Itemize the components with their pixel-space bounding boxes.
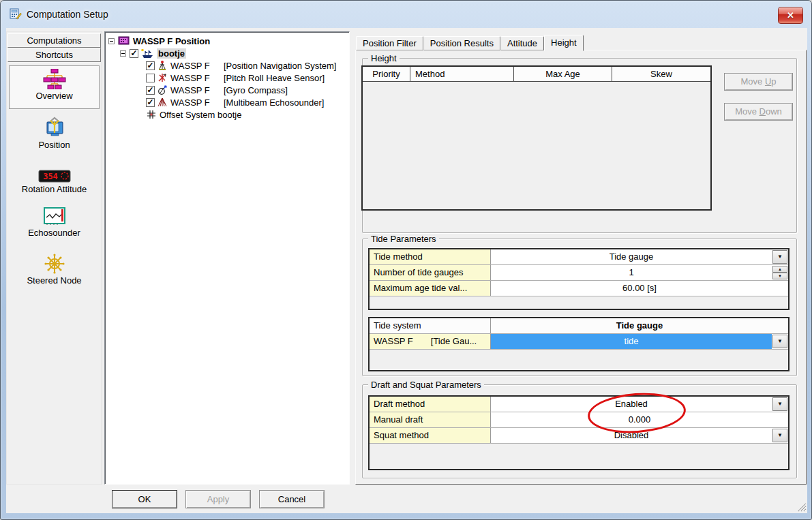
sidebar-item-label: Overview <box>7 91 102 101</box>
vessel-checkbox[interactable]: ✓ <box>130 49 138 58</box>
sidebar-item-echosounder[interactable]: Echosounder <box>7 207 102 238</box>
property-row-number-of-tide-gauges: Number of tide gauges 1 <box>370 265 788 281</box>
tide-system-name: WASSP F[Tide Gau... <box>370 334 491 349</box>
tree-node-detail: [Pitch Roll Heave Sensor] <box>224 73 325 83</box>
property-row-squat-method: Squat method Disabled <box>370 428 788 444</box>
dropdown-arrow-icon[interactable] <box>772 397 787 411</box>
sidebar-item-steered-node[interactable]: Steered Node <box>7 254 102 286</box>
system-name: WASSP F <box>374 336 413 346</box>
dropdown-arrow-icon[interactable] <box>772 429 787 442</box>
echosounder-chart-icon <box>44 207 65 226</box>
apply-button[interactable]: Apply <box>185 490 251 508</box>
dialog-client-area: Computations Shortcuts <box>6 28 807 513</box>
tab-label: Position Filter <box>363 38 417 48</box>
button-label: OK <box>138 494 151 504</box>
computation-tree: WASSP F Position ✓ bootje ✓ <box>104 31 350 485</box>
tab-label: Position Results <box>430 38 494 48</box>
sidebar-item-position[interactable]: Position <box>7 117 102 150</box>
tree-node-gyro-compass[interactable]: ✓ WASSP F [Gyro Compass] <box>105 84 349 96</box>
tide-gauge-selection[interactable]: tide <box>491 334 772 349</box>
tree-node-position-nav[interactable]: ✓ WASSP F [Position Navigation System] <box>105 59 349 72</box>
cancel-button[interactable]: Cancel <box>259 490 325 508</box>
squat-method-value[interactable]: Disabled <box>491 428 772 443</box>
button-label: U <box>765 76 771 87</box>
height-priority-table[interactable]: Priority Method Max Age Skew <box>361 65 712 211</box>
tree-node-pitch-roll-heave[interactable]: WASSP F [Pitch Roll Heave Sensor] <box>105 72 349 84</box>
steered-wheel-icon <box>44 254 65 274</box>
property-label: Maximum age tide val... <box>370 281 491 296</box>
tree-node-vessel[interactable]: ✓ bootje <box>105 47 349 59</box>
manual-draft-value[interactable]: 0.000 <box>491 412 788 427</box>
title-bar[interactable]: Computation Setup ✕ <box>1 1 811 28</box>
tide-system-table: Tide system Tide gauge WASSP F[Tide Gau.… <box>368 317 790 371</box>
tide-parameters-group: Tide Parameters Tide method Tide gauge N… <box>362 239 797 376</box>
tab-position-filter[interactable]: Position Filter <box>356 36 423 50</box>
multibeam-echosounder-icon <box>157 97 168 108</box>
tab-attitude[interactable]: Attitude <box>500 36 544 50</box>
ok-button[interactable]: OK <box>112 490 177 508</box>
sidebar-item-label: Position <box>7 140 102 150</box>
close-button[interactable]: ✕ <box>778 7 803 24</box>
sidebar-tab-computations[interactable]: Computations <box>7 33 101 48</box>
column-header-priority: Priority <box>363 67 410 81</box>
tide-gauge-count-value[interactable]: 1 <box>491 265 772 280</box>
button-label: Move <box>740 76 764 87</box>
draft-squat-group: Draft and Squat Parameters Draft method … <box>362 384 797 478</box>
position-monitor-icon <box>44 117 65 138</box>
tide-method-value[interactable]: Tide gauge <box>491 249 772 264</box>
tree-node-offset-system[interactable]: Offset System bootje <box>105 108 349 121</box>
tree-node-detail: [Position Navigation System] <box>224 61 336 71</box>
property-label: Manual draft <box>370 412 491 427</box>
tree-node-label: WASSP F <box>170 61 224 71</box>
dropdown-arrow-icon[interactable] <box>772 335 787 348</box>
property-row-draft-method: Draft method Enabled <box>370 397 788 412</box>
group-title: Draft and Squat Parameters <box>368 380 484 390</box>
column-header-tide-gauge: Tide gauge <box>491 318 788 333</box>
window-title: Computation Setup <box>27 9 108 20</box>
move-up-button[interactable]: Move Up <box>724 73 793 91</box>
property-label: Draft method <box>370 397 491 412</box>
app-icon <box>10 7 22 20</box>
sidebar-tab-label: Computations <box>27 35 81 46</box>
button-label: Cancel <box>278 494 305 504</box>
button-label: Apply <box>207 494 230 504</box>
max-age-tide-value[interactable]: 60.00 [s] <box>491 281 788 296</box>
gyro-compass-icon <box>157 85 168 95</box>
led-readout: 354 <box>43 172 58 181</box>
tree-node-detail: [Multibeam Echosounder] <box>224 97 324 108</box>
button-label: p <box>771 76 776 87</box>
tide-properties-table: Tide method Tide gauge Number of tide ga… <box>368 248 790 310</box>
computation-node-icon <box>118 36 130 46</box>
tab-label: Height <box>551 37 577 48</box>
tree-node-root[interactable]: WASSP F Position <box>105 35 349 47</box>
pitch-roll-heave-icon <box>157 72 168 83</box>
sidebar-item-label: Steered Node <box>7 275 102 286</box>
sidebar-item-overview[interactable]: Overview <box>7 69 102 101</box>
resize-grip[interactable] <box>796 501 807 512</box>
position-nav-system-icon <box>157 60 168 71</box>
spinner-down-icon[interactable] <box>772 273 787 279</box>
move-down-button[interactable]: Move Down <box>724 103 793 121</box>
tab-label: Attitude <box>507 38 537 48</box>
collapse-icon[interactable] <box>120 50 126 57</box>
dropdown-arrow-icon[interactable] <box>772 250 787 264</box>
system-checkbox[interactable]: ✓ <box>146 61 155 70</box>
system-checkbox[interactable]: ✓ <box>146 98 155 107</box>
sidebar-item-rotation-attitude[interactable]: 354 Rotation Attitude <box>7 170 102 194</box>
rotation-led-icon: 354 <box>38 170 71 183</box>
system-checkbox[interactable]: ✓ <box>146 86 155 95</box>
tab-height[interactable]: Height <box>544 35 584 51</box>
spinner-up-icon[interactable] <box>772 266 787 273</box>
tab-position-results[interactable]: Position Results <box>423 36 500 50</box>
draft-method-value[interactable]: Enabled <box>491 397 772 412</box>
system-checkbox[interactable] <box>146 74 155 82</box>
column-header-max-age: Max Age <box>514 67 612 81</box>
table-header-row: Tide system Tide gauge <box>370 318 788 334</box>
sidebar-tab-shortcuts[interactable]: Shortcuts <box>7 48 101 62</box>
property-row-manual-draft: Manual draft 0.000 <box>370 412 788 428</box>
collapse-icon[interactable] <box>108 38 115 44</box>
height-tab-page: Height Priority Method Max Age Skew Move… <box>355 50 807 485</box>
tree-node-label: WASSP F <box>170 73 224 83</box>
tree-node-multibeam[interactable]: ✓ WASSP F [Multibeam Echosounder] <box>105 96 349 108</box>
column-header-tide-system: Tide system <box>370 318 491 333</box>
